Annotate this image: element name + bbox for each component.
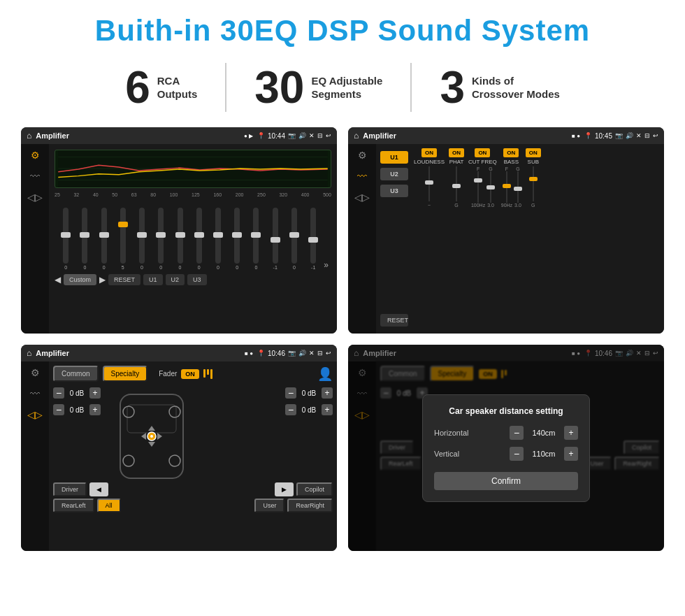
eq-bottom-row: ◀ Custom ▶ RESET U1 U2 U3 (55, 274, 331, 285)
fr-minus-btn[interactable]: − (285, 387, 296, 399)
rr-plus-btn[interactable]: + (322, 404, 333, 415)
fader-on-btn[interactable]: ON (181, 369, 199, 379)
rearleft-btn[interactable]: RearLeft (53, 499, 94, 513)
back-icon[interactable]: ↩ (326, 132, 331, 139)
home-icon-3[interactable]: ⌂ (27, 348, 31, 358)
phat-on[interactable]: ON (449, 148, 464, 157)
close-icon-3[interactable]: ✕ (309, 350, 315, 357)
u2-preset-btn[interactable]: U2 (380, 168, 408, 180)
horizontal-plus-btn[interactable]: + (564, 426, 578, 440)
cross-content: ⚙ 〰 ◁▷ U1 U2 U3 RESET (348, 144, 664, 334)
fader-main: Common Specialty Fader ON 👤 (49, 361, 337, 551)
rr-db-value: 0 dB (299, 406, 319, 414)
speaker-icon-3[interactable]: ◁▷ (27, 409, 43, 420)
fader-btn-row2: RearLeft All User RearRight (53, 499, 333, 513)
eq-u1-btn[interactable]: U1 (143, 274, 163, 285)
fader-right-controls: − 0 dB + − 0 dB + (285, 387, 333, 478)
next-icon[interactable]: ▶ (99, 275, 106, 285)
eq-slider-10: 0 (247, 208, 264, 270)
sub-on[interactable]: ON (526, 148, 541, 157)
fader-tab-row: Common Specialty Fader ON 👤 (53, 366, 333, 382)
phat-thumb (452, 184, 461, 188)
stat-number-rca: 6 (125, 65, 150, 110)
wave-icon-3[interactable]: 〰 (30, 388, 40, 399)
fl-plus-btn[interactable]: + (89, 387, 101, 399)
loudness-slider[interactable] (428, 166, 430, 201)
window-icon-3[interactable]: ⊟ (317, 350, 323, 357)
sub-slider[interactable] (533, 166, 534, 201)
eq-icon-2[interactable]: ⚙ (358, 150, 367, 161)
specialty-tab[interactable]: Specialty (103, 366, 148, 382)
vertical-plus-btn[interactable]: + (564, 447, 578, 461)
back-icon-3[interactable]: ↩ (326, 350, 331, 357)
eq-icon[interactable]: ⚙ (31, 150, 40, 161)
window-icon-2[interactable]: ⊟ (644, 132, 650, 139)
confirm-button[interactable]: Confirm (434, 472, 578, 490)
home-icon-2[interactable]: ⌂ (354, 131, 359, 141)
u3-preset-btn[interactable]: U3 (380, 185, 408, 197)
camera-icon: 📷 (288, 132, 296, 139)
u1-preset-btn[interactable]: U1 (380, 151, 408, 164)
wave-icon-2[interactable]: 〰 (357, 171, 367, 182)
volume-icon-2: 🔊 (626, 132, 633, 139)
eq-slider-5: 0 (152, 208, 169, 270)
rl-db-value: 0 dB (67, 406, 87, 414)
phat-label: PHAT (449, 159, 464, 165)
wave-icon[interactable]: 〰 (30, 171, 40, 182)
fl-db-value: 0 dB (67, 389, 87, 397)
eq-time: 10:44 (268, 132, 285, 140)
speaker-icon[interactable]: ◁▷ (27, 192, 43, 203)
eq-left-icons: ⚙ 〰 ◁▷ (21, 144, 49, 334)
fr-plus-btn[interactable]: + (322, 387, 333, 399)
eq-status-dot: ● ▶ (244, 133, 253, 139)
rl-plus-btn[interactable]: + (89, 404, 101, 415)
cutfreq-on[interactable]: ON (475, 148, 490, 157)
bass-on[interactable]: ON (503, 148, 519, 157)
volume-icon: 🔊 (298, 132, 306, 139)
phat-slider[interactable] (456, 166, 457, 201)
eq-custom-btn[interactable]: Custom (64, 274, 96, 285)
loudness-on[interactable]: ON (421, 148, 437, 157)
horizontal-minus-btn[interactable]: − (510, 426, 524, 440)
close-icon[interactable]: ✕ (309, 132, 315, 139)
vertical-minus-btn[interactable]: − (510, 447, 524, 461)
driver-btn[interactable]: Driver (53, 482, 87, 496)
window-icon[interactable]: ⊟ (317, 132, 323, 139)
phat-val: G (454, 203, 458, 208)
cross-time: 10:45 (595, 132, 612, 140)
eq-topbar: ⌂ Amplifier ● ▶ 📍 10:44 📷 🔊 ✕ ⊟ ↩ (21, 127, 337, 144)
back-icon-2[interactable]: ↩ (653, 132, 658, 139)
more-icon[interactable]: » (324, 260, 329, 270)
dialog-overlay: Car speaker distance setting Horizontal … (348, 345, 664, 551)
fl-minus-btn[interactable]: − (53, 387, 64, 399)
stats-row: 6 RCA Outputs 30 EQ Adjustable Segments … (21, 63, 664, 112)
horizontal-row: Horizontal − 140cm + (434, 426, 578, 440)
home-icon[interactable]: ⌂ (27, 131, 31, 141)
eq-u2-btn[interactable]: U2 (166, 274, 185, 285)
svg-marker-13 (148, 442, 155, 447)
common-tab[interactable]: Common (53, 366, 99, 382)
cross-status: ■ ● (572, 133, 580, 139)
speaker-icon-2[interactable]: ◁▷ (354, 192, 370, 203)
eq-icon-3[interactable]: ⚙ (31, 367, 40, 378)
cross-reset-btn[interactable]: RESET (380, 314, 408, 327)
fader-body: − 0 dB + − 0 dB + (53, 387, 333, 478)
copilot-left-arrow[interactable]: ◀ (89, 482, 108, 496)
user-btn[interactable]: User (254, 499, 284, 513)
close-icon-2[interactable]: ✕ (636, 132, 642, 139)
prev-icon[interactable]: ◀ (55, 275, 61, 285)
copilot-right-arrow[interactable]: ▶ (275, 482, 294, 496)
loudness-ctrl: ON LOUDNESS ~ (414, 148, 445, 208)
rr-minus-btn[interactable]: − (285, 404, 296, 415)
eq-reset-btn[interactable]: RESET (108, 274, 140, 285)
sub-ctrl: ON SUB G (526, 148, 541, 208)
dialog-box: Car speaker distance setting Horizontal … (422, 394, 590, 502)
all-btn[interactable]: All (97, 499, 121, 513)
settings-icon[interactable]: 👤 (317, 366, 333, 382)
copilot-btn[interactable]: Copilot (296, 482, 333, 496)
screen-eq: ⌂ Amplifier ● ▶ 📍 10:44 📷 🔊 ✕ ⊟ ↩ ⚙ 〰 ◁▷ (21, 127, 337, 334)
rearright-btn[interactable]: RearRight (287, 499, 333, 513)
rl-minus-btn[interactable]: − (53, 404, 64, 415)
eq-main: 25 32 40 50 63 80 100 125 160 200 250 32… (49, 144, 337, 334)
eq-u3-btn[interactable]: U3 (187, 274, 207, 285)
